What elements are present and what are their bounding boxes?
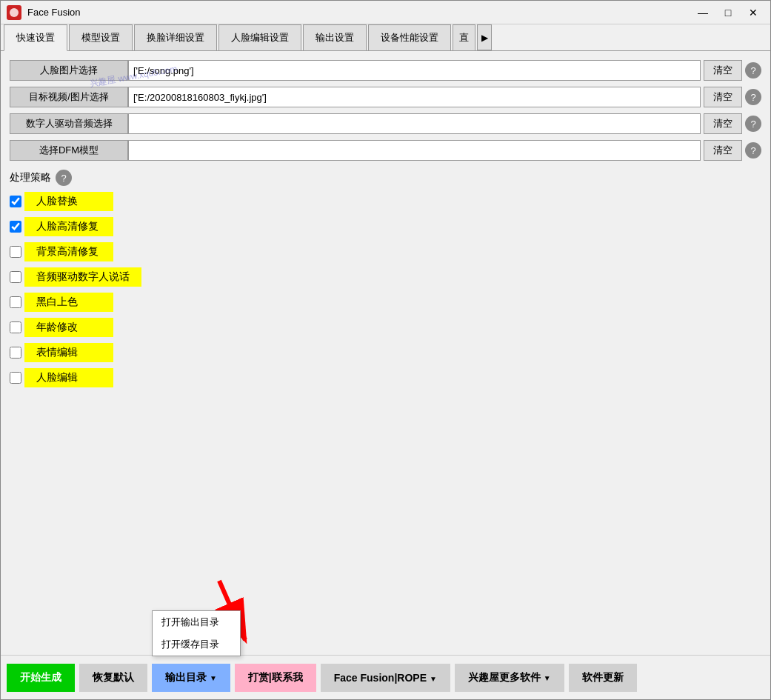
expression-edit-checkbox[interactable] [10, 347, 21, 359]
main-window: Face Fusion — □ ✕ 快速设置 模型设置 换脸详细设置 人脸编辑设… [0, 0, 771, 700]
svg-point-1 [10, 8, 19, 17]
tab-output[interactable]: 输出设置 [303, 24, 367, 50]
target-label: 目标视频/图片选择 [10, 87, 128, 107]
more-software-dropdown: 兴趣屋更多软件 [455, 664, 564, 692]
face-hd-label: 人脸高清修复 [24, 217, 113, 236]
tab-face-edit[interactable]: 人脸编辑设置 [218, 24, 301, 50]
tab-quick[interactable]: 快速设置 [4, 24, 67, 51]
open-cache-dir-item[interactable]: 打开缓存目录 [153, 633, 240, 656]
face-edit-checkbox[interactable] [10, 372, 21, 384]
face-image-input[interactable] [128, 60, 701, 81]
close-button[interactable]: ✕ [742, 4, 764, 21]
maximize-button[interactable]: □ [717, 4, 739, 21]
tab-device[interactable]: 设备性能设置 [368, 24, 451, 50]
checkbox-age-modify: 年龄修改 [10, 318, 761, 337]
bottom-toolbar: 开始生成 恢复默认 输出目录 打开输出目录 打开缓存目录 打赏|联系我 Face… [1, 655, 770, 699]
target-help-button[interactable]: ? [745, 89, 761, 105]
checkbox-audio-digital: 音频驱动数字人说话 [10, 267, 761, 287]
output-dir-button[interactable]: 输出目录 [152, 664, 230, 692]
target-clear-button[interactable]: 清空 [704, 87, 742, 107]
audio-input[interactable] [128, 113, 701, 134]
restore-button[interactable]: 恢复默认 [79, 664, 147, 692]
support-button[interactable]: 打赏|联系我 [235, 664, 316, 692]
facefusion-button[interactable]: Face Fusion|ROPE [321, 664, 450, 692]
face-edit-label: 人脸编辑 [24, 368, 113, 387]
checkbox-bw-color: 黑白上色 [10, 293, 761, 312]
audio-digital-checkbox[interactable] [10, 271, 21, 283]
title-bar: Face Fusion — □ ✕ [1, 1, 770, 24]
output-dir-menu: 打开输出目录 打开缓存目录 [152, 610, 241, 656]
face-replace-label: 人脸替换 [24, 192, 113, 211]
checkbox-face-hd: 人脸高清修复 [10, 217, 761, 236]
audio-row: 数字人驱动音频选择 清空 ? [10, 113, 761, 134]
more-software-button[interactable]: 兴趣屋更多软件 [455, 664, 564, 692]
tab-model[interactable]: 模型设置 [69, 24, 133, 50]
dfm-input[interactable] [128, 140, 701, 161]
face-image-clear-button[interactable]: 清空 [704, 60, 742, 81]
face-replace-checkbox[interactable] [10, 196, 21, 207]
start-button[interactable]: 开始生成 [7, 664, 75, 692]
audio-clear-button[interactable]: 清空 [704, 113, 742, 134]
bw-color-label: 黑白上色 [24, 293, 113, 312]
checkbox-face-replace: 人脸替换 [10, 192, 761, 211]
window-title: Face Fusion [27, 7, 692, 18]
age-modify-label: 年龄修改 [24, 318, 113, 337]
strategy-header: 处理策略 ? [10, 170, 761, 186]
checkbox-face-edit: 人脸编辑 [10, 368, 761, 387]
dfm-label: 选择DFM模型 [10, 140, 128, 161]
tab-face-detail[interactable]: 换脸详细设置 [134, 24, 217, 50]
dfm-row: 选择DFM模型 清空 ? [10, 140, 761, 161]
expression-edit-label: 表情编辑 [24, 343, 113, 362]
target-row: 目标视频/图片选择 清空 ? [10, 87, 761, 107]
app-icon [7, 5, 21, 20]
target-input[interactable] [128, 87, 701, 107]
strategy-title: 处理策略 [10, 171, 51, 184]
tab-scroll-right[interactable]: ▶ [477, 24, 492, 50]
bw-color-checkbox[interactable] [10, 296, 21, 308]
audio-help-button[interactable]: ? [745, 116, 761, 132]
face-image-row: 人脸图片选择 清空 ? [10, 60, 761, 81]
minimize-button[interactable]: — [692, 4, 714, 21]
facefusion-dropdown: Face Fusion|ROPE [321, 664, 450, 692]
audio-label: 数字人驱动音频选择 [10, 113, 128, 134]
age-modify-checkbox[interactable] [10, 321, 21, 333]
dfm-clear-button[interactable]: 清空 [704, 140, 742, 161]
bg-hd-checkbox[interactable] [10, 246, 21, 258]
dfm-help-button[interactable]: ? [745, 142, 761, 159]
main-content: 人脸图片选择 清空 ? 目标视频/图片选择 清空 ? 数字人驱动音频选择 清空 … [1, 51, 770, 655]
face-image-label: 人脸图片选择 [10, 60, 128, 81]
open-output-dir-item[interactable]: 打开输出目录 [153, 611, 240, 633]
checkbox-expression-edit: 表情编辑 [10, 343, 761, 362]
face-hd-checkbox[interactable] [10, 221, 21, 233]
update-button[interactable]: 软件更新 [569, 664, 637, 692]
output-dir-dropdown: 输出目录 打开输出目录 打开缓存目录 [152, 664, 230, 692]
audio-digital-label: 音频驱动数字人说话 [24, 267, 141, 287]
checkbox-bg-hd: 背景高清修复 [10, 242, 761, 261]
window-controls: — □ ✕ [692, 4, 764, 21]
bg-hd-label: 背景高清修复 [24, 242, 113, 261]
strategy-help-button[interactable]: ? [56, 170, 72, 186]
face-image-help-button[interactable]: ? [745, 62, 761, 79]
tab-bar: 快速设置 模型设置 换脸详细设置 人脸编辑设置 输出设置 设备性能设置 直 ▶ [1, 24, 770, 51]
tab-direct[interactable]: 直 [453, 24, 475, 50]
